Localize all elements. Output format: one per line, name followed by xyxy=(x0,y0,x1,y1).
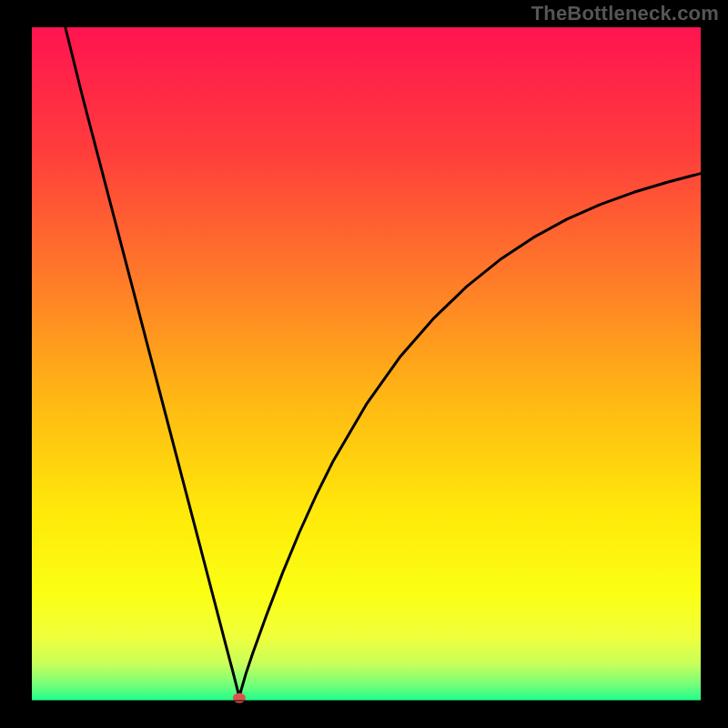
optimal-point-marker xyxy=(233,693,246,703)
plot-background xyxy=(32,27,701,701)
chart-frame: TheBottleneck.com xyxy=(0,0,728,728)
bottleneck-chart xyxy=(0,0,728,728)
watermark-text: TheBottleneck.com xyxy=(531,2,719,25)
